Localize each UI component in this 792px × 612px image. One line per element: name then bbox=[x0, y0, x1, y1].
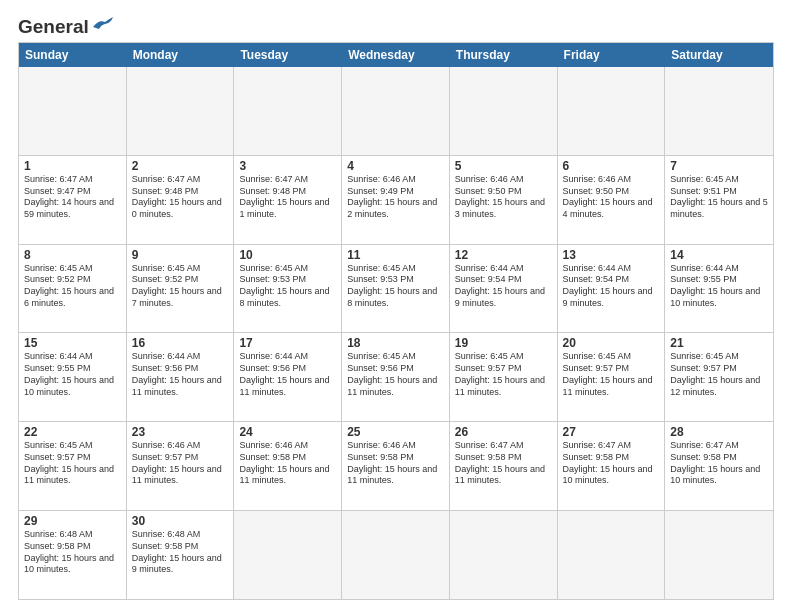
day-cell bbox=[127, 67, 235, 155]
day-cell: 22Sunrise: 6:45 AM Sunset: 9:57 PM Dayli… bbox=[19, 422, 127, 510]
week-row-4: 22Sunrise: 6:45 AM Sunset: 9:57 PM Dayli… bbox=[19, 421, 773, 510]
day-info: Sunrise: 6:45 AM Sunset: 9:52 PM Dayligh… bbox=[24, 263, 121, 310]
day-info: Sunrise: 6:46 AM Sunset: 9:57 PM Dayligh… bbox=[132, 440, 229, 487]
day-number: 3 bbox=[239, 159, 336, 173]
day-cell bbox=[450, 511, 558, 599]
logo-bird-icon bbox=[91, 17, 113, 31]
day-header-monday: Monday bbox=[127, 43, 235, 67]
day-number: 16 bbox=[132, 336, 229, 350]
day-cell: 12Sunrise: 6:44 AM Sunset: 9:54 PM Dayli… bbox=[450, 245, 558, 333]
day-info: Sunrise: 6:44 AM Sunset: 9:54 PM Dayligh… bbox=[563, 263, 660, 310]
day-info: Sunrise: 6:46 AM Sunset: 9:50 PM Dayligh… bbox=[563, 174, 660, 221]
day-cell: 11Sunrise: 6:45 AM Sunset: 9:53 PM Dayli… bbox=[342, 245, 450, 333]
day-number: 14 bbox=[670, 248, 768, 262]
day-number: 1 bbox=[24, 159, 121, 173]
day-info: Sunrise: 6:46 AM Sunset: 9:49 PM Dayligh… bbox=[347, 174, 444, 221]
day-cell: 17Sunrise: 6:44 AM Sunset: 9:56 PM Dayli… bbox=[234, 333, 342, 421]
day-info: Sunrise: 6:45 AM Sunset: 9:53 PM Dayligh… bbox=[347, 263, 444, 310]
day-info: Sunrise: 6:45 AM Sunset: 9:57 PM Dayligh… bbox=[24, 440, 121, 487]
day-info: Sunrise: 6:44 AM Sunset: 9:55 PM Dayligh… bbox=[670, 263, 768, 310]
day-number: 29 bbox=[24, 514, 121, 528]
day-info: Sunrise: 6:44 AM Sunset: 9:56 PM Dayligh… bbox=[239, 351, 336, 398]
day-cell: 5Sunrise: 6:46 AM Sunset: 9:50 PM Daylig… bbox=[450, 156, 558, 244]
day-number: 17 bbox=[239, 336, 336, 350]
day-cell: 26Sunrise: 6:47 AM Sunset: 9:58 PM Dayli… bbox=[450, 422, 558, 510]
day-cell: 4Sunrise: 6:46 AM Sunset: 9:49 PM Daylig… bbox=[342, 156, 450, 244]
day-header-friday: Friday bbox=[558, 43, 666, 67]
day-info: Sunrise: 6:48 AM Sunset: 9:58 PM Dayligh… bbox=[24, 529, 121, 576]
day-cell: 19Sunrise: 6:45 AM Sunset: 9:57 PM Dayli… bbox=[450, 333, 558, 421]
day-number: 24 bbox=[239, 425, 336, 439]
week-row-5: 29Sunrise: 6:48 AM Sunset: 9:58 PM Dayli… bbox=[19, 510, 773, 599]
day-number: 22 bbox=[24, 425, 121, 439]
day-number: 26 bbox=[455, 425, 552, 439]
day-info: Sunrise: 6:47 AM Sunset: 9:48 PM Dayligh… bbox=[132, 174, 229, 221]
day-number: 13 bbox=[563, 248, 660, 262]
day-number: 8 bbox=[24, 248, 121, 262]
day-header-wednesday: Wednesday bbox=[342, 43, 450, 67]
day-cell bbox=[665, 511, 773, 599]
day-cell bbox=[234, 67, 342, 155]
logo-general: General bbox=[18, 16, 89, 38]
day-cell: 10Sunrise: 6:45 AM Sunset: 9:53 PM Dayli… bbox=[234, 245, 342, 333]
day-number: 28 bbox=[670, 425, 768, 439]
day-cell: 13Sunrise: 6:44 AM Sunset: 9:54 PM Dayli… bbox=[558, 245, 666, 333]
week-row-1: 1Sunrise: 6:47 AM Sunset: 9:47 PM Daylig… bbox=[19, 155, 773, 244]
day-cell: 20Sunrise: 6:45 AM Sunset: 9:57 PM Dayli… bbox=[558, 333, 666, 421]
day-cell: 2Sunrise: 6:47 AM Sunset: 9:48 PM Daylig… bbox=[127, 156, 235, 244]
day-number: 30 bbox=[132, 514, 229, 528]
day-number: 11 bbox=[347, 248, 444, 262]
day-cell bbox=[342, 67, 450, 155]
day-number: 23 bbox=[132, 425, 229, 439]
day-info: Sunrise: 6:47 AM Sunset: 9:58 PM Dayligh… bbox=[670, 440, 768, 487]
day-number: 21 bbox=[670, 336, 768, 350]
day-cell: 7Sunrise: 6:45 AM Sunset: 9:51 PM Daylig… bbox=[665, 156, 773, 244]
calendar-body: 1Sunrise: 6:47 AM Sunset: 9:47 PM Daylig… bbox=[19, 67, 773, 599]
day-cell: 27Sunrise: 6:47 AM Sunset: 9:58 PM Dayli… bbox=[558, 422, 666, 510]
day-number: 15 bbox=[24, 336, 121, 350]
day-cell: 18Sunrise: 6:45 AM Sunset: 9:56 PM Dayli… bbox=[342, 333, 450, 421]
day-cell: 24Sunrise: 6:46 AM Sunset: 9:58 PM Dayli… bbox=[234, 422, 342, 510]
day-cell: 25Sunrise: 6:46 AM Sunset: 9:58 PM Dayli… bbox=[342, 422, 450, 510]
day-header-sunday: Sunday bbox=[19, 43, 127, 67]
day-cell: 3Sunrise: 6:47 AM Sunset: 9:48 PM Daylig… bbox=[234, 156, 342, 244]
day-number: 27 bbox=[563, 425, 660, 439]
logo: General bbox=[18, 16, 113, 34]
week-row-2: 8Sunrise: 6:45 AM Sunset: 9:52 PM Daylig… bbox=[19, 244, 773, 333]
day-info: Sunrise: 6:44 AM Sunset: 9:55 PM Dayligh… bbox=[24, 351, 121, 398]
day-cell: 21Sunrise: 6:45 AM Sunset: 9:57 PM Dayli… bbox=[665, 333, 773, 421]
day-number: 5 bbox=[455, 159, 552, 173]
day-info: Sunrise: 6:45 AM Sunset: 9:56 PM Dayligh… bbox=[347, 351, 444, 398]
week-row-0 bbox=[19, 67, 773, 155]
week-row-3: 15Sunrise: 6:44 AM Sunset: 9:55 PM Dayli… bbox=[19, 332, 773, 421]
day-number: 12 bbox=[455, 248, 552, 262]
day-cell bbox=[234, 511, 342, 599]
day-info: Sunrise: 6:45 AM Sunset: 9:52 PM Dayligh… bbox=[132, 263, 229, 310]
day-info: Sunrise: 6:46 AM Sunset: 9:58 PM Dayligh… bbox=[239, 440, 336, 487]
day-info: Sunrise: 6:45 AM Sunset: 9:57 PM Dayligh… bbox=[563, 351, 660, 398]
page: General SundayMondayTuesdayWednesdayThur… bbox=[0, 0, 792, 612]
day-number: 20 bbox=[563, 336, 660, 350]
day-cell bbox=[450, 67, 558, 155]
day-cell bbox=[558, 511, 666, 599]
day-number: 25 bbox=[347, 425, 444, 439]
day-info: Sunrise: 6:44 AM Sunset: 9:56 PM Dayligh… bbox=[132, 351, 229, 398]
day-number: 6 bbox=[563, 159, 660, 173]
day-header-thursday: Thursday bbox=[450, 43, 558, 67]
day-number: 18 bbox=[347, 336, 444, 350]
day-number: 9 bbox=[132, 248, 229, 262]
day-header-tuesday: Tuesday bbox=[234, 43, 342, 67]
day-info: Sunrise: 6:45 AM Sunset: 9:53 PM Dayligh… bbox=[239, 263, 336, 310]
day-cell: 15Sunrise: 6:44 AM Sunset: 9:55 PM Dayli… bbox=[19, 333, 127, 421]
day-cell: 1Sunrise: 6:47 AM Sunset: 9:47 PM Daylig… bbox=[19, 156, 127, 244]
day-number: 7 bbox=[670, 159, 768, 173]
day-info: Sunrise: 6:47 AM Sunset: 9:58 PM Dayligh… bbox=[455, 440, 552, 487]
day-info: Sunrise: 6:46 AM Sunset: 9:58 PM Dayligh… bbox=[347, 440, 444, 487]
day-cell: 9Sunrise: 6:45 AM Sunset: 9:52 PM Daylig… bbox=[127, 245, 235, 333]
day-cell bbox=[342, 511, 450, 599]
day-info: Sunrise: 6:47 AM Sunset: 9:58 PM Dayligh… bbox=[563, 440, 660, 487]
day-cell: 23Sunrise: 6:46 AM Sunset: 9:57 PM Dayli… bbox=[127, 422, 235, 510]
day-info: Sunrise: 6:47 AM Sunset: 9:47 PM Dayligh… bbox=[24, 174, 121, 221]
day-number: 4 bbox=[347, 159, 444, 173]
day-cell: 28Sunrise: 6:47 AM Sunset: 9:58 PM Dayli… bbox=[665, 422, 773, 510]
